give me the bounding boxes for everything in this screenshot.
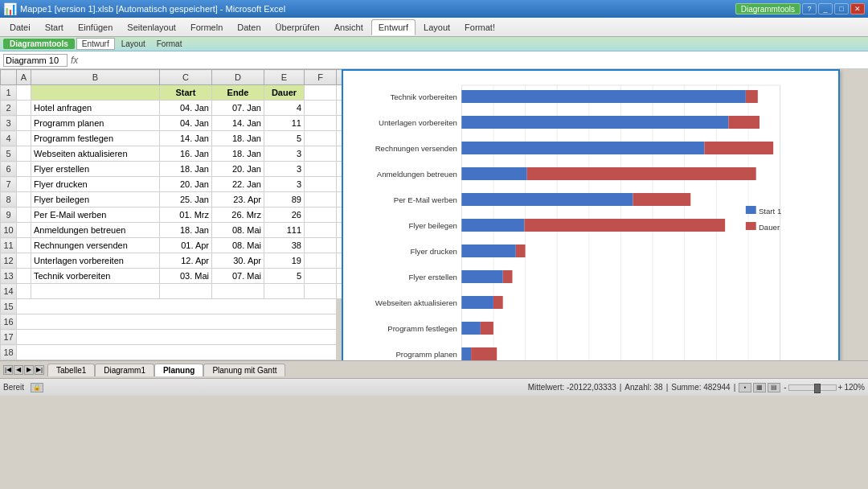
- tab-layout[interactable]: Layout: [417, 20, 457, 35]
- tab-nav-prev[interactable]: ◀: [14, 365, 23, 375]
- cell-d3[interactable]: 14. Jan: [212, 116, 264, 131]
- cell-d1[interactable]: Ende: [212, 85, 264, 101]
- cell-f8[interactable]: [305, 192, 337, 208]
- cell-b2[interactable]: Hotel anfragen: [31, 101, 160, 116]
- tab-nav-last[interactable]: ▶|: [35, 365, 44, 375]
- cell-a13[interactable]: [17, 269, 31, 284]
- cell-e10[interactable]: 111: [264, 223, 305, 238]
- cell-f12[interactable]: [305, 253, 337, 269]
- tab-start[interactable]: Start: [39, 20, 70, 35]
- cell-d2[interactable]: 07. Jan: [212, 101, 264, 116]
- cell-d4[interactable]: 18. Jan: [212, 131, 264, 146]
- cell-d10[interactable]: 08. Mai: [212, 223, 264, 238]
- cell-c3[interactable]: 04. Jan: [160, 116, 212, 131]
- cell-b7[interactable]: Flyer drucken: [31, 177, 160, 192]
- cell-a8[interactable]: [17, 192, 31, 208]
- cell-e4[interactable]: 5: [264, 131, 305, 146]
- cell-c8[interactable]: 25. Jan: [160, 192, 212, 208]
- cell-b13[interactable]: Technik vorbereiten: [31, 269, 160, 284]
- cell-e8[interactable]: 89: [264, 192, 305, 208]
- cell-d9[interactable]: 26. Mrz: [212, 208, 264, 223]
- cell-c4[interactable]: 14. Jan: [160, 131, 212, 146]
- tab-entwurf[interactable]: Entwurf: [371, 19, 416, 35]
- cell-d11[interactable]: 08. Mai: [212, 238, 264, 253]
- cell-c10[interactable]: 18. Jan: [160, 223, 212, 238]
- cell-a10[interactable]: [17, 223, 31, 238]
- zoom-out-button[interactable]: -: [784, 383, 786, 392]
- close-button[interactable]: ✕: [850, 3, 865, 14]
- help-button[interactable]: ?: [802, 3, 817, 14]
- cell-d13[interactable]: 07. Mai: [212, 269, 264, 284]
- cell-a2[interactable]: [17, 101, 31, 116]
- diagramm-subtab-format[interactable]: Format: [152, 39, 187, 49]
- cell-c6[interactable]: 18. Jan: [160, 162, 212, 177]
- cell-c14[interactable]: [160, 284, 212, 299]
- cell-b9[interactable]: Per E-Mail werben: [31, 208, 160, 223]
- cell-a1[interactable]: [17, 85, 31, 101]
- cell-b12[interactable]: Unterlagen vorbereiten: [31, 253, 160, 269]
- maximize-button[interactable]: □: [834, 3, 849, 14]
- cell-e12[interactable]: 19: [264, 253, 305, 269]
- tab-einfuegen[interactable]: Einfügen: [72, 20, 119, 35]
- cell-a11[interactable]: [17, 238, 31, 253]
- tab-formeln[interactable]: Formeln: [184, 20, 229, 35]
- zoom-in-button[interactable]: +: [838, 383, 843, 392]
- cell-c5[interactable]: 16. Jan: [160, 146, 212, 162]
- view-layout-button[interactable]: ▦: [753, 383, 766, 392]
- cell-a3[interactable]: [17, 116, 31, 131]
- cell-c2[interactable]: 04. Jan: [160, 101, 212, 116]
- cell-e3[interactable]: 11: [264, 116, 305, 131]
- zoom-slider[interactable]: [788, 384, 837, 391]
- cell-f4[interactable]: [305, 131, 337, 146]
- cell-e14[interactable]: [264, 284, 305, 299]
- view-normal-button[interactable]: ▪: [739, 383, 751, 392]
- cell-b14[interactable]: [31, 284, 160, 299]
- sheet-tab-planung[interactable]: Planung: [154, 364, 203, 376]
- cell-f2[interactable]: [305, 101, 337, 116]
- formula-input[interactable]: [81, 54, 865, 67]
- cell-d8[interactable]: 23. Apr: [212, 192, 264, 208]
- cell-b3[interactable]: Programm planen: [31, 116, 160, 131]
- minimize-button[interactable]: _: [818, 3, 833, 14]
- cell-f14[interactable]: [305, 284, 337, 299]
- cell-f3[interactable]: [305, 116, 337, 131]
- chart-container[interactable]: Technik vorbereiten Unterlagen vorbereit…: [342, 69, 840, 360]
- name-box[interactable]: Diagramm 10: [3, 54, 68, 67]
- cell-d5[interactable]: 18. Jan: [212, 146, 264, 162]
- cell-a6[interactable]: [17, 162, 31, 177]
- cell-17[interactable]: [17, 330, 337, 345]
- cell-a14[interactable]: [17, 284, 31, 299]
- view-pagebreak-button[interactable]: ▤: [768, 383, 780, 392]
- diagramm-subtab-entwurf[interactable]: Entwurf: [76, 38, 115, 50]
- tab-ansicht[interactable]: Ansicht: [328, 20, 370, 35]
- cell-c9[interactable]: 01. Mrz: [160, 208, 212, 223]
- cell-18[interactable]: [17, 345, 337, 360]
- cell-b8[interactable]: Flyer beilegen: [31, 192, 160, 208]
- cell-e6[interactable]: 3: [264, 162, 305, 177]
- cell-c12[interactable]: 12. Apr: [160, 253, 212, 269]
- diagramm-subtab-layout[interactable]: Layout: [117, 39, 150, 49]
- cell-e9[interactable]: 26: [264, 208, 305, 223]
- cell-f11[interactable]: [305, 238, 337, 253]
- cell-e11[interactable]: 38: [264, 238, 305, 253]
- cell-c13[interactable]: 03. Mai: [160, 269, 212, 284]
- tab-nav-next[interactable]: ▶: [24, 365, 34, 375]
- tab-datei[interactable]: Datei: [3, 20, 37, 35]
- tab-nav-first[interactable]: |◀: [3, 365, 13, 375]
- cell-b5[interactable]: Webseiten aktualisieren: [31, 146, 160, 162]
- tab-seitenlayout[interactable]: Seitenlayout: [121, 20, 182, 35]
- zoom-slider-thumb[interactable]: [814, 384, 821, 393]
- cell-16[interactable]: [17, 314, 337, 330]
- cell-e13[interactable]: 5: [264, 269, 305, 284]
- cell-e7[interactable]: 3: [264, 177, 305, 192]
- cell-d12[interactable]: 30. Apr: [212, 253, 264, 269]
- sheet-tab-diagramm1[interactable]: Diagramm1: [95, 364, 154, 376]
- cell-c11[interactable]: 01. Apr: [160, 238, 212, 253]
- cell-f5[interactable]: [305, 146, 337, 162]
- cell-f13[interactable]: [305, 269, 337, 284]
- cell-f9[interactable]: [305, 208, 337, 223]
- cell-b6[interactable]: Flyer erstellen: [31, 162, 160, 177]
- cell-b10[interactable]: Anmeldungen betreuen: [31, 223, 160, 238]
- cell-e2[interactable]: 4: [264, 101, 305, 116]
- cell-f6[interactable]: [305, 162, 337, 177]
